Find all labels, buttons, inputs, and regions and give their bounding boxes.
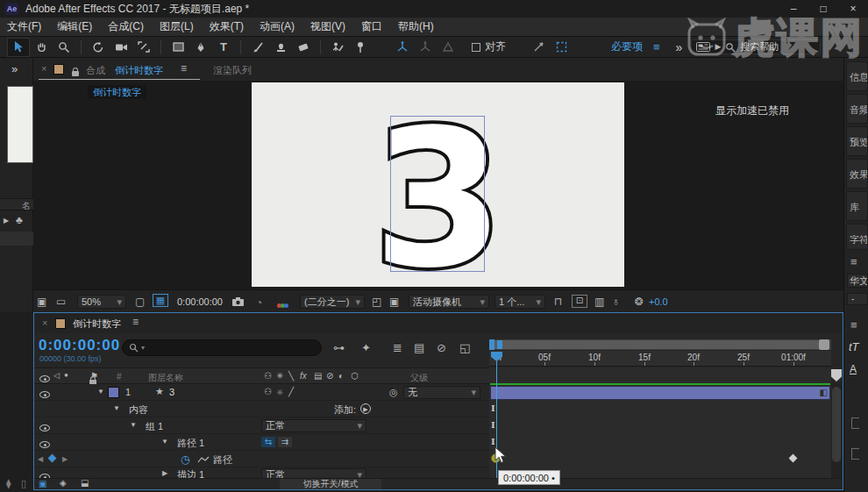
layer-row[interactable]: ▼ 1 ★ 3 ⚇ ✳ ╱ ◎ 无 ▾: [34, 384, 489, 401]
comp-panel-menu-icon[interactable]: ≡: [181, 63, 187, 74]
twirl-icon[interactable]: ▶: [4, 217, 9, 225]
work-area-end-handle[interactable]: [819, 339, 829, 350]
group-eye-icon[interactable]: [39, 424, 50, 431]
camera-tool[interactable]: [110, 38, 132, 57]
region-icon[interactable]: ◰: [372, 296, 381, 307]
render-queue-tab[interactable]: 渲染队列: [213, 64, 252, 77]
timeline-search-box[interactable]: ▾: [122, 339, 322, 356]
roi-icon[interactable]: ▢: [135, 296, 145, 307]
mask-feather-icon[interactable]: [527, 38, 550, 57]
close-button[interactable]: ×: [838, 0, 868, 18]
comp-viewer[interactable]: 倒计时数字 显示加速已禁用 3: [33, 81, 843, 289]
layer-duration-bar[interactable]: ◧: [490, 386, 830, 400]
selection-box[interactable]: [390, 116, 485, 272]
rotate-tool[interactable]: [87, 38, 110, 57]
views-dropdown[interactable]: 1 个... ▾: [494, 295, 545, 309]
panel-expand-icon[interactable]: »: [11, 63, 18, 75]
menu-edit[interactable]: 编辑(E): [57, 19, 92, 34]
leading-icon[interactable]: A: [850, 363, 857, 375]
axis-local-icon[interactable]: [391, 38, 414, 57]
path-group-twirl-icon[interactable]: ▼: [161, 439, 168, 446]
path-property-label[interactable]: 路径: [213, 453, 232, 467]
fast-preview-icon[interactable]: ⊡: [572, 295, 587, 308]
project-thumbnail[interactable]: [7, 86, 33, 163]
exposure-value[interactable]: +0.0: [649, 296, 668, 307]
comp-tab-kind[interactable]: 合成: [86, 64, 105, 77]
group-blend-mode-dropdown[interactable]: 正常 ▾: [261, 419, 366, 432]
comp-mini-flowchart-icon[interactable]: ⊶: [333, 342, 345, 353]
channels-icon[interactable]: [277, 298, 288, 310]
layer-quality-icon[interactable]: ╱: [288, 388, 294, 396]
comp-breadcrumb[interactable]: 倒计时数字: [88, 85, 146, 99]
contents-label[interactable]: 内容: [129, 403, 148, 417]
dock-tab-effects[interactable]: 效果: [846, 159, 868, 189]
layer-twirl-icon[interactable]: ▼: [97, 389, 104, 396]
pixel-aspect-icon[interactable]: ⊓: [554, 296, 562, 307]
hand-tool[interactable]: [30, 38, 53, 57]
layer-collapse-icon[interactable]: ✳: [276, 388, 283, 397]
layer-label-swatch[interactable]: [108, 387, 119, 398]
contents-row[interactable]: ▼ 内容 添加: ▶: [34, 401, 489, 417]
menu-composition[interactable]: 合成(C): [108, 19, 144, 34]
toolbar-overflow-icon[interactable]: »: [676, 41, 683, 53]
character-panel-icon[interactable]: tT: [849, 340, 859, 353]
puppet-pin-tool[interactable]: [349, 38, 372, 57]
status-icon-1[interactable]: ⧫: [6, 478, 11, 489]
resolution-dropdown[interactable]: (二分之一) ▾: [300, 295, 365, 309]
draft-3d-icon[interactable]: ✦: [361, 342, 371, 353]
keyframe-nav-diamond-icon[interactable]: [48, 454, 57, 463]
stroke-label[interactable]: 描边 1: [177, 468, 204, 478]
font-style-fragment[interactable]: -: [847, 293, 868, 305]
timeline-tab-name[interactable]: 倒计时数字: [73, 317, 121, 331]
stroke-row[interactable]: ▶ 描边 1 正常 ▾: [34, 467, 489, 478]
add-property-icon[interactable]: ▶: [360, 403, 371, 414]
comp-tab-close-icon[interactable]: ×: [41, 63, 46, 74]
workspace-menu-icon[interactable]: ≡: [653, 40, 660, 53]
camera-dropdown[interactable]: 活动摄像机 ▾: [409, 295, 489, 309]
dock-tab-character[interactable]: 字符: [846, 224, 868, 250]
expand-inout-icon[interactable]: ⬓: [81, 479, 89, 488]
next-keyframe-icon[interactable]: ▶: [62, 455, 68, 463]
timeline-panel-menu-icon[interactable]: ≡: [132, 317, 139, 327]
time-ruler[interactable]: 0f 05f 10f 15f 20f 25f 01:00f: [489, 351, 831, 367]
expand-transfer-controls-icon[interactable]: ◈: [60, 479, 67, 488]
zoom-dropdown[interactable]: 50% ▾: [77, 295, 126, 309]
frame-blend-icon[interactable]: ▤: [414, 342, 424, 353]
font-family-fragment[interactable]: 华文: [847, 274, 868, 288]
path-group-label[interactable]: 路径 1: [177, 437, 204, 450]
menu-view[interactable]: 视图(V): [310, 19, 345, 34]
stopwatch-icon[interactable]: ◷: [181, 453, 189, 466]
graph-icon[interactable]: [197, 456, 210, 464]
exposure-reset-icon[interactable]: ❂: [635, 296, 644, 307]
comp-timecode[interactable]: 0:00:00:00: [177, 296, 223, 307]
dock-tab-audio[interactable]: 音频: [846, 94, 868, 124]
toggle-switches-modes-button[interactable]: 切换开关/模式: [280, 479, 381, 489]
scrollbar-thumb[interactable]: [832, 387, 841, 462]
selection-tool[interactable]: [7, 38, 30, 57]
time-navigator-handle[interactable]: [497, 340, 502, 349]
show-snapshot-icon[interactable]: ◔: [256, 296, 262, 309]
work-area-start-handle[interactable]: [489, 339, 494, 350]
layer-eye-icon[interactable]: [39, 391, 50, 398]
group-row[interactable]: ▼ 组 1 正常 ▾: [34, 417, 489, 434]
dock-tab-info[interactable]: 信息: [846, 61, 868, 91]
menu-layer[interactable]: 图层(L): [160, 19, 194, 34]
snap-checkbox[interactable]: [472, 43, 480, 52]
timeline-button-icon[interactable]: ▥: [594, 296, 604, 307]
transparency-grid-icon[interactable]: ▣: [389, 296, 399, 307]
comp-flowchart-icon[interactable]: ♁: [612, 296, 620, 307]
menu-animation[interactable]: 动画(A): [260, 19, 295, 34]
pan-behind-tool[interactable]: [132, 38, 155, 57]
clone-stamp-tool[interactable]: [269, 38, 292, 57]
timeline-tab-close-icon[interactable]: ×: [42, 317, 47, 328]
snapshot-camera-icon[interactable]: [231, 296, 245, 307]
menu-help[interactable]: 帮助(H): [398, 19, 434, 34]
pen-tool[interactable]: [189, 38, 212, 57]
axis-world-icon[interactable]: [414, 38, 437, 57]
maximize-button[interactable]: □: [808, 0, 838, 18]
path-toggle-b-icon[interactable]: ⇉: [278, 437, 292, 447]
path-group-eye-icon[interactable]: [39, 441, 50, 448]
group-twirl-icon[interactable]: ▼: [130, 422, 137, 429]
project-selected-row[interactable]: [0, 232, 33, 246]
comp-tab-name[interactable]: 倒计时数字: [115, 64, 163, 77]
